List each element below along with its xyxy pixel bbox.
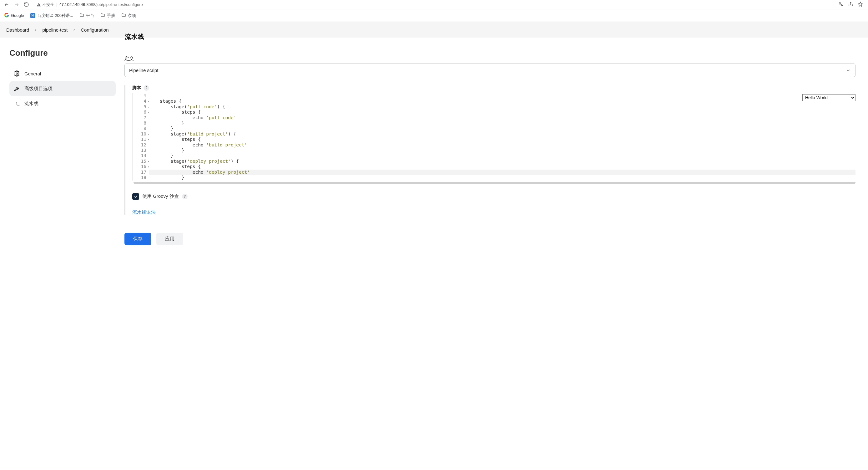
translate-icon[interactable] [838, 2, 844, 8]
folder-icon [121, 13, 126, 19]
pipeline-syntax-link[interactable]: 流水线语法 [132, 209, 156, 215]
section-pipeline-heading: 流水线 [125, 33, 145, 41]
sidebar-item-advanced[interactable]: 高级项目选项 [9, 81, 116, 96]
back-icon[interactable] [4, 2, 9, 7]
editor-horizontal-scrollbar[interactable] [133, 182, 856, 184]
browser-toolbar: 不安全 | 47.102.149.46:8088/job/pipeline-te… [0, 0, 868, 9]
bookmark-baidu[interactable]: 译 百度翻译-200种语... [30, 13, 73, 19]
reload-icon[interactable] [24, 2, 29, 7]
sandbox-label: 使用 Groovy 沙盒 [142, 194, 179, 199]
template-select[interactable]: Hello World [802, 94, 856, 101]
definition-label: 定义 [124, 56, 856, 62]
chevron-right-icon [69, 28, 79, 31]
insecure-label: 不安全 [42, 2, 54, 7]
chevron-down-icon [846, 68, 851, 73]
sidebar-item-label: General [24, 71, 41, 76]
sidebar-item-pipeline[interactable]: 流水线 [9, 96, 116, 111]
crumb-job[interactable]: pipeline-test [42, 27, 67, 33]
sandbox-checkbox[interactable] [132, 193, 139, 200]
script-label: 脚本 [132, 85, 141, 91]
crumb-dashboard[interactable]: Dashboard [6, 27, 29, 33]
folder-icon [100, 13, 105, 19]
sidebar-item-general[interactable]: General [9, 66, 116, 81]
sidebar-item-label: 流水线 [24, 101, 38, 107]
forward-icon[interactable] [14, 2, 20, 7]
baidu-icon: 译 [30, 13, 35, 18]
save-button[interactable]: 保存 [124, 233, 151, 245]
check-icon [133, 194, 138, 199]
sidebar: Configure General 高级项目选项 流水线 [0, 41, 116, 258]
bookmark-platform[interactable]: 平台 [80, 13, 94, 19]
folder-icon [80, 13, 84, 19]
crumb-configuration[interactable]: Configuration [81, 27, 108, 33]
script-block: 脚本 ? Hello World 3 4 stages { 5 stage('p… [124, 85, 856, 215]
url-text: 47.102.149.46:8088/job/pipeline-test/con… [59, 2, 143, 7]
sidebar-item-label: 高级项目选项 [24, 86, 53, 92]
wrench-icon [14, 85, 20, 92]
help-icon[interactable]: ? [144, 85, 149, 91]
gear-icon [14, 70, 20, 77]
cutoff-heading-wrap: 流水线 [0, 37, 868, 41]
apply-button[interactable]: 应用 [156, 233, 183, 245]
insecure-badge: 不安全 [37, 2, 54, 7]
url-bar[interactable]: 不安全 | 47.102.149.46:8088/job/pipeline-te… [37, 2, 834, 7]
code-editor[interactable]: 3 4 stages { 5 stage('pull code') { 6 st… [132, 93, 856, 181]
bookmark-google[interactable]: Google [4, 13, 24, 19]
pipeline-icon [14, 100, 20, 107]
svg-point-0 [16, 73, 18, 75]
share-icon[interactable] [848, 2, 853, 8]
definition-select[interactable]: Pipeline script [124, 63, 856, 77]
help-icon[interactable]: ? [182, 194, 188, 199]
bookmark-misc[interactable]: 杂项 [121, 13, 136, 19]
chevron-right-icon [31, 28, 40, 31]
google-icon [4, 13, 9, 19]
bookmark-manual[interactable]: 手册 [100, 13, 115, 19]
sandbox-row: 使用 Groovy 沙盒 ? [132, 193, 856, 200]
star-icon[interactable] [858, 2, 863, 8]
warning-icon [37, 2, 41, 7]
page-title: Configure [9, 48, 116, 58]
browser-right-icons [838, 2, 864, 8]
footer-buttons: 保存 应用 [124, 233, 856, 245]
definition-value: Pipeline script [129, 67, 158, 73]
main-content: 定义 Pipeline script 脚本 ? Hello World 3 4 … [116, 41, 868, 258]
bookmarks-bar: Google 译 百度翻译-200种语... 平台 手册 杂项 [0, 9, 868, 22]
